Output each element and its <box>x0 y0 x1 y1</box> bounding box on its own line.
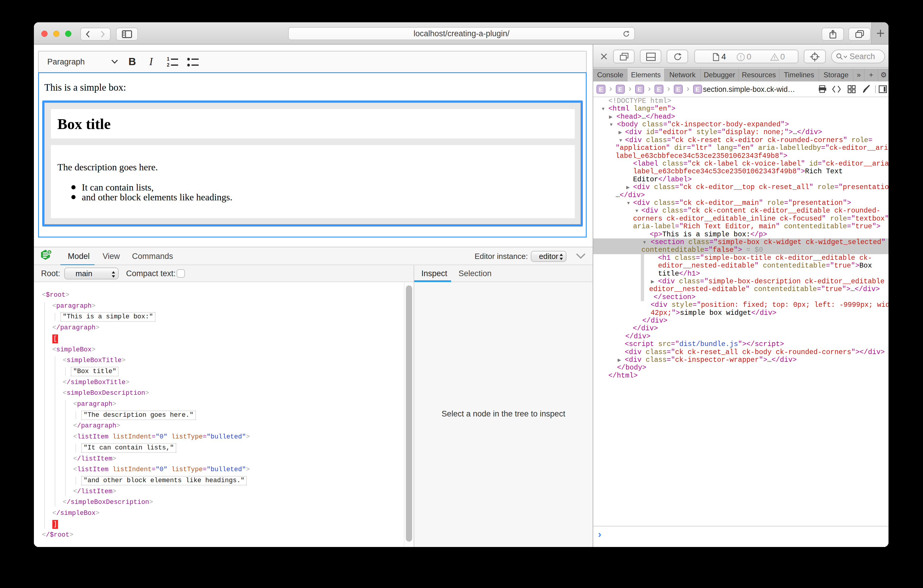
svg-text:5: 5 <box>48 250 51 255</box>
svg-text:1: 1 <box>167 56 169 62</box>
svg-text:2: 2 <box>167 62 169 67</box>
